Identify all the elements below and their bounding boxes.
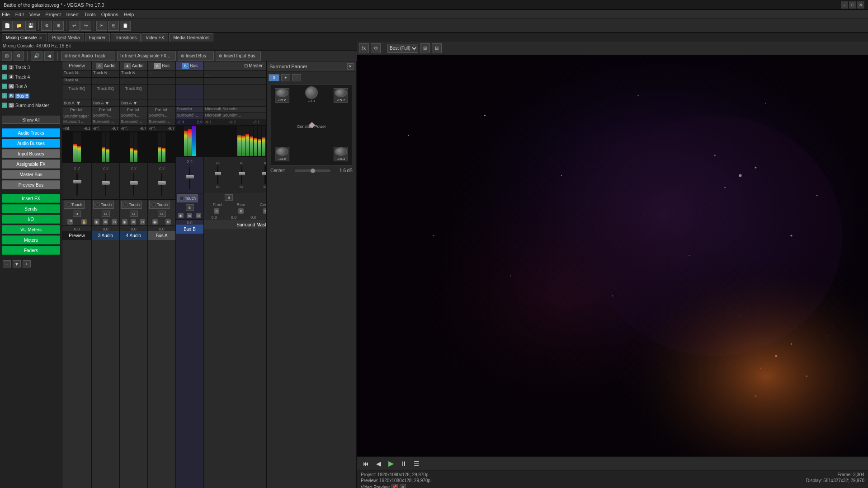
split-btn[interactable]: ⊟ (432, 43, 442, 53)
undo-button[interactable]: ↩ (69, 21, 80, 31)
center-label: Center: (270, 168, 293, 173)
track-list-section: ✓ 3 Track 3 ✓ 4 Track 4 ✓ A Bus A (0, 61, 62, 488)
ch-busb-touch-btn[interactable]: Touch (177, 194, 198, 202)
sends-button[interactable]: Sends (2, 204, 60, 213)
close-button[interactable]: ✕ (857, 1, 864, 9)
insert-fx-button[interactable]: Insert FX (2, 194, 60, 203)
busb-checkbox[interactable]: ✓ (2, 93, 7, 99)
master-bus-button[interactable]: Master Bus (2, 170, 60, 179)
menu-project[interactable]: Project (45, 12, 61, 17)
ch-master-icons: B B B B (204, 207, 266, 215)
assignable-fx-button[interactable]: Assignable FX (2, 160, 60, 169)
tab-project-media[interactable]: Project Media (48, 33, 84, 42)
menu-file[interactable]: File (2, 12, 10, 17)
ch-busa-touch-btn[interactable]: Touch (149, 201, 170, 209)
step-back-button[interactable]: ◀ (373, 459, 383, 469)
tab-explorer[interactable]: Explorer (85, 33, 110, 42)
ch-busb-b-btn[interactable]: B (186, 204, 194, 211)
volume-button[interactable]: 🔊 (31, 52, 42, 61)
center-slider[interactable] (295, 169, 330, 172)
ch3-touch-btn[interactable]: Touch (93, 201, 114, 209)
quality-selector[interactable]: Best (Full) (387, 44, 418, 53)
ch4-b-btn[interactable]: B (130, 211, 138, 217)
surround-remove-btn[interactable]: − (292, 74, 301, 81)
ch-busa-b-btn[interactable]: B (158, 211, 166, 217)
cut-button[interactable]: ✂ (96, 21, 107, 31)
audio-tracks-button[interactable]: Audio Tracks (2, 128, 60, 137)
menu-edit[interactable]: Edit (15, 12, 24, 17)
render-button[interactable]: ⚙ (41, 21, 52, 31)
vu-meters-button[interactable]: VU Meters (2, 225, 60, 234)
speaker-fl-knob[interactable] (276, 89, 288, 97)
zoom-out-button[interactable]: − (3, 260, 11, 267)
go-start-button[interactable]: ⏮ (361, 459, 371, 469)
insert-audio-track[interactable]: ⊕ Insert Audio Track (61, 52, 115, 61)
speaker-fc-knob[interactable] (305, 86, 318, 99)
input-busses-button[interactable]: Input Busses (2, 149, 60, 158)
stop-button[interactable]: ☰ (411, 459, 421, 469)
surround-close-button[interactable]: ✕ (347, 63, 354, 70)
tab-mixing-console[interactable]: Mixing Console ✕ (2, 33, 47, 42)
surround-checkbox[interactable]: ✓ (2, 103, 7, 108)
track-4-checkbox[interactable]: ✓ (2, 74, 7, 80)
tab-transitions[interactable]: Transitions (111, 33, 141, 42)
audio-busses-button[interactable]: Audio Busses (2, 139, 60, 148)
preview-bus-button[interactable]: Preview Bus (2, 180, 60, 189)
menu-help[interactable]: Help (124, 12, 134, 17)
insert-input-bus[interactable]: ⊕ Insert Input Bus (216, 52, 261, 61)
zoom-dropdown[interactable]: ▼ (13, 260, 21, 267)
ch-preview-b-btn[interactable]: B (73, 211, 81, 217)
busa-checkbox[interactable]: ✓ (2, 84, 7, 89)
ch4-touch-btn[interactable]: Touch (121, 201, 142, 209)
toolbar-separator-1 (38, 21, 39, 30)
zoom-in-button[interactable]: + (23, 260, 31, 267)
ch4-eq[interactable]: Track EQ (120, 85, 147, 92)
ch-preview-touch-btn[interactable]: Touch (64, 201, 85, 209)
surround-preset-btn[interactable]: 3 (269, 74, 279, 81)
tab-video-fx[interactable]: Video FX (142, 33, 168, 42)
video-preview-close[interactable]: ✕ (400, 484, 406, 488)
new-button[interactable]: 📄 (2, 21, 13, 31)
grid-btn[interactable]: ⊞ (420, 43, 430, 53)
ch3-b-btn[interactable]: B (102, 211, 110, 217)
redo-button[interactable]: ↪ (80, 21, 91, 31)
io-button[interactable]: I/O (2, 215, 60, 224)
pause-button[interactable]: ⏸ (399, 459, 409, 469)
menu-tools[interactable]: Tools (84, 12, 96, 17)
video-preview-pin[interactable]: 📌 (392, 484, 398, 488)
tab-mixing-close[interactable]: ✕ (38, 36, 43, 40)
faders-button[interactable]: Faders (2, 246, 60, 255)
surround-add-btn[interactable]: + (281, 74, 290, 81)
meters-button[interactable]: Meters (2, 235, 60, 244)
open-button[interactable]: 📁 (14, 21, 24, 31)
paste-button[interactable]: 📋 (120, 21, 131, 31)
speaker-rr-knob[interactable] (335, 147, 347, 156)
window-controls[interactable]: − □ ✕ (841, 1, 864, 9)
play-button[interactable]: ▶ (386, 459, 396, 469)
minimize-button[interactable]: − (841, 1, 848, 9)
restore-button[interactable]: □ (849, 1, 856, 9)
ch-master-b1[interactable]: B (225, 194, 233, 201)
insert-bus[interactable]: ⊕ Insert Bus (178, 52, 214, 61)
track-3-checkbox[interactable]: ✓ (2, 65, 7, 70)
settings-mix-button[interactable]: ⚙ (14, 52, 24, 61)
video-settings-btn[interactable]: ⚙ (371, 43, 381, 53)
grid-view-button[interactable]: ⊞ (2, 52, 12, 61)
menu-view[interactable]: View (29, 12, 40, 17)
menu-insert[interactable]: Insert (66, 12, 79, 17)
video-sep (384, 44, 384, 53)
save-button[interactable]: 💾 (25, 21, 36, 31)
copy-button[interactable]: ⎘ (108, 21, 119, 31)
mix-vol-down[interactable]: ◀ (44, 52, 54, 61)
ch-preview-eq[interactable]: Track EQ (62, 85, 91, 92)
menu-options[interactable]: Options (101, 12, 118, 17)
speaker-rl-knob[interactable] (276, 147, 288, 156)
show-all-button[interactable]: Show All (2, 116, 60, 124)
tab-media-generators[interactable]: Media Generators (169, 33, 213, 42)
ch3-eq[interactable]: Track EQ (92, 85, 119, 92)
speaker-fr-knob[interactable] (335, 89, 347, 97)
surround-grid[interactable]: -15.6 -15.7 -8.8 (271, 84, 352, 165)
insert-assignable-fx[interactable]: fx Insert Assignable FX... (117, 52, 176, 61)
fx-button[interactable]: fx (359, 43, 369, 53)
settings-button[interactable]: ⚙ (53, 21, 64, 31)
